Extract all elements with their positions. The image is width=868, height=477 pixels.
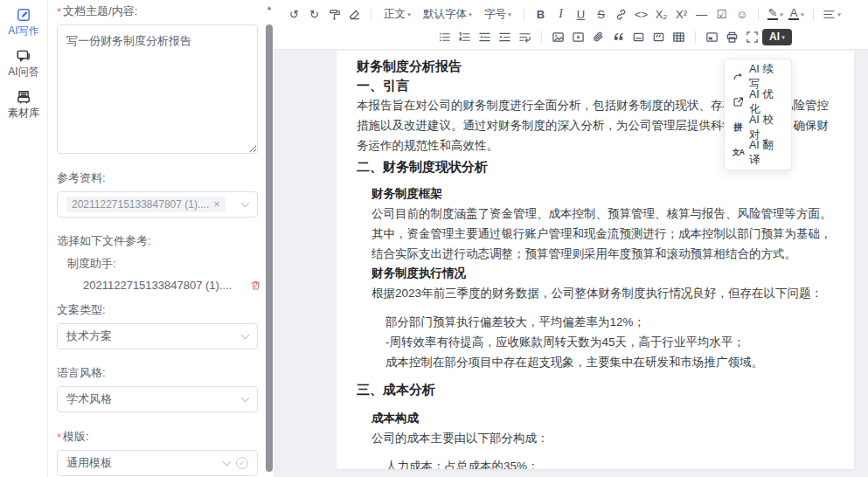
topic-input[interactable]: 写一份财务制度分析报告 (57, 24, 258, 154)
redo-button[interactable]: ↻ (304, 3, 324, 24)
toolbar-divider (541, 31, 542, 44)
font-size-dropdown[interactable]: 字号 ▾ (478, 3, 517, 24)
code-button[interactable]: <> (631, 3, 651, 24)
strikethrough-icon: S (597, 8, 605, 21)
menu-item-ai-proofread[interactable]: 拼 AI 校对 (725, 114, 791, 140)
nav-item-ai-qa[interactable]: AI问答 (0, 48, 47, 79)
divider-box-icon (632, 31, 645, 44)
chevron-down-icon (241, 331, 250, 340)
align-left-icon (823, 8, 836, 21)
bold-button[interactable]: B (531, 3, 551, 24)
ai-proofread-icon: 拼 (732, 121, 745, 134)
doc-type-select[interactable]: 技术方案 (57, 323, 258, 349)
font-family-dropdown[interactable]: 默认字体 ▾ (417, 3, 478, 24)
topic-label: * 文档主题/内容: (57, 3, 265, 19)
inset-box-icon (705, 31, 719, 44)
template-select[interactable]: 通用模板 ✓ (57, 450, 258, 476)
reference-select[interactable]: 2021122715133847807 (1).... × (57, 191, 258, 218)
toolbar-divider (695, 31, 696, 44)
nav-label: 素材库 (0, 106, 47, 120)
nav-item-ai-writing[interactable]: AI写作 (0, 7, 47, 38)
nav-item-material-library[interactable]: 素材库 (0, 89, 47, 120)
caret-down-icon: ▾ (407, 10, 411, 17)
indent-button[interactable] (495, 26, 515, 47)
ordered-list-button[interactable] (455, 26, 475, 47)
doc-list-item: -周转效率有待提高，应收账款周转天数为45天，高于行业平均水平； (385, 332, 838, 352)
video-icon (572, 31, 585, 44)
blockquote-button[interactable] (608, 26, 628, 47)
paragraph-style-dropdown[interactable]: 正文 ▾ (378, 3, 417, 24)
fullscreen-button[interactable] (742, 26, 762, 47)
menu-item-ai-translate[interactable]: 文A AI 翻译 (725, 140, 791, 165)
subscript-icon: X₂ (656, 8, 668, 21)
insert-video-button[interactable] (568, 26, 588, 47)
color-bar (767, 18, 778, 21)
undo-button[interactable]: ↺ (284, 3, 304, 24)
text-wrap-icon (518, 31, 531, 44)
print-button[interactable] (722, 26, 742, 47)
doc-subheading: 成本构成 (372, 409, 838, 428)
task-list-button[interactable]: ☑ (712, 3, 732, 24)
insert-image-button[interactable] (548, 26, 568, 47)
scrollbar-thumb[interactable] (266, 24, 273, 472)
scroll-up-arrow[interactable]: ▲ (265, 4, 274, 10)
font-color-button[interactable]: A ▾ (786, 3, 807, 24)
menu-item-ai-continue[interactable]: AI 续写 (725, 64, 791, 89)
underline-button[interactable]: U (571, 3, 591, 24)
document-edit-icon (0, 7, 47, 23)
editor-toolbar: ↺ ↻ 正文 ▾ 默认字体 ▾ 字号 ▾ (274, 0, 868, 50)
code-block-button[interactable] (649, 26, 669, 47)
strikethrough-button[interactable]: S (591, 3, 611, 24)
caret-down-icon: ▾ (780, 10, 783, 17)
panel-scrollbar: ▲ (265, 0, 274, 477)
insert-divider-button[interactable] (628, 26, 649, 47)
align-dropdown[interactable]: ▾ (820, 3, 844, 24)
doc-list-item: 人力成本：占总成本的35%； (385, 456, 838, 469)
subscript-button[interactable]: X₂ (651, 3, 671, 24)
chevron-down-icon (241, 394, 250, 403)
highlight-color-button[interactable]: ✎ ▾ (765, 3, 786, 24)
outdent-button[interactable] (475, 26, 495, 47)
undo-icon: ↺ (289, 8, 299, 21)
italic-button[interactable]: I (551, 3, 571, 24)
highlight-pen-icon: ✎ (768, 8, 778, 17)
format-painter-button[interactable] (324, 3, 344, 24)
toolbar-row-2: AI ▾ (284, 25, 868, 48)
link-icon (615, 8, 628, 21)
eraser-icon (348, 8, 361, 21)
bullet-list-button[interactable] (434, 26, 455, 47)
reference-file-name: 2021122715133847807 (1).... (83, 279, 250, 292)
clear-format-button[interactable] (344, 3, 365, 24)
emoji-button[interactable]: ☺ (732, 3, 752, 24)
caret-down-icon: ▾ (837, 10, 841, 17)
doc-list-item: 部分部门预算执行偏差较大，平均偏差率为12%； (385, 312, 838, 332)
preview-button[interactable] (702, 26, 722, 47)
toolbar-divider (524, 8, 524, 21)
text-wrap-button[interactable] (515, 26, 535, 47)
horizontal-rule-button[interactable]: — (691, 3, 712, 24)
link-button[interactable] (611, 3, 631, 24)
tag-close-icon[interactable]: × (213, 200, 220, 209)
ai-tools-dropdown[interactable]: AI ▾ (762, 29, 792, 45)
app-window: AI写作 AI问答 素材库 * 文档主题/内容: 写一份财务制度分析报告 参考资… (0, 0, 868, 477)
required-mark: * (57, 5, 61, 18)
bullet-list-icon (438, 31, 451, 44)
fullscreen-icon (746, 31, 759, 44)
chat-bubbles-icon (0, 48, 47, 64)
insert-table-button[interactable] (669, 26, 689, 47)
table-icon (672, 31, 685, 44)
chevron-down-icon (223, 458, 232, 467)
attachment-button[interactable] (588, 26, 608, 47)
doc-paragraph: 根据2023年前三季度的财务数据，公司整体财务制度执行情况良好，但存在以下问题： (372, 283, 838, 303)
superscript-button[interactable]: X² (671, 3, 691, 24)
underline-icon: U (577, 8, 585, 21)
style-select[interactable]: 学术风格 (57, 386, 258, 412)
ai-optimize-icon (732, 96, 745, 107)
reference-file-row: 2021122715133847807 (1).... (83, 279, 261, 292)
trash-icon[interactable] (250, 280, 261, 291)
horizontal-rule-icon: — (696, 8, 707, 21)
menu-item-ai-optimize[interactable]: AI 优化 (725, 89, 791, 114)
nav-label: AI问答 (0, 65, 47, 79)
code-icon: <> (635, 8, 648, 21)
doc-subheading: 财务制度执行情况 (372, 264, 838, 283)
